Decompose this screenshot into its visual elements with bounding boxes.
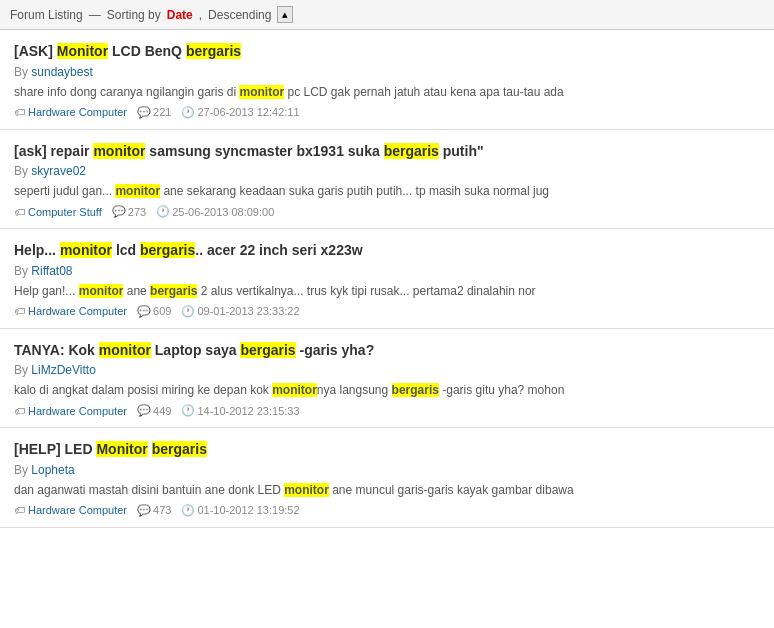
sort-toggle-button[interactable]: ▴: [277, 6, 293, 23]
date-value: 01-10-2012 13:19:52: [197, 504, 299, 516]
forum-item: [ask] repair monitor samsung syncmaster …: [0, 130, 774, 230]
post-byline: By Lopheta: [14, 463, 760, 477]
post-snippet: kalo di angkat dalam posisi miring ke de…: [14, 381, 760, 399]
post-meta: 🏷Hardware Computer💬609🕐09-01-2013 23:33:…: [14, 305, 760, 318]
clock-icon: 🕐: [181, 106, 195, 119]
clock-icon: 🕐: [181, 404, 195, 417]
post-date: 🕐14-10-2012 23:15:33: [181, 404, 299, 417]
tag-icon: 🏷: [14, 305, 25, 317]
tag-icon: 🏷: [14, 206, 25, 218]
post-meta: 🏷Hardware Computer💬449🕐14-10-2012 23:15:…: [14, 404, 760, 417]
sort-direction: Descending: [208, 8, 271, 22]
post-title[interactable]: [ASK] Monitor LCD BenQ bergaris: [14, 42, 760, 62]
date-value: 27-06-2013 12:42:11: [197, 106, 299, 118]
post-category[interactable]: Computer Stuff: [28, 206, 102, 218]
post-category[interactable]: Hardware Computer: [28, 305, 127, 317]
post-date: 🕐25-06-2013 08:09:00: [156, 205, 274, 218]
forum-item: Help... monitor lcd bergaris.. acer 22 i…: [0, 229, 774, 329]
date-value: 25-06-2013 08:09:00: [172, 206, 274, 218]
post-date: 🕐01-10-2012 13:19:52: [181, 504, 299, 517]
post-title[interactable]: Help... monitor lcd bergaris.. acer 22 i…: [14, 241, 760, 261]
post-category[interactable]: Hardware Computer: [28, 106, 127, 118]
post-date: 🕐09-01-2013 23:33:22: [181, 305, 299, 318]
comment-icon: 💬: [137, 305, 151, 318]
views-count: 273: [128, 206, 146, 218]
posts-container: [ASK] Monitor LCD BenQ bergarisBy sunday…: [0, 30, 774, 528]
sort-separator: ,: [199, 8, 202, 22]
post-byline: By sundaybest: [14, 65, 760, 79]
post-title[interactable]: [HELP] LED Monitor bergaris: [14, 440, 760, 460]
sort-field: Date: [167, 8, 193, 22]
post-snippet: seperti judul gan... monitor ane sekaran…: [14, 182, 760, 200]
post-byline: By Riffat08: [14, 264, 760, 278]
clock-icon: 🕐: [181, 305, 195, 318]
post-views: 💬449: [137, 404, 171, 417]
comment-icon: 💬: [137, 404, 151, 417]
tag-icon: 🏷: [14, 106, 25, 118]
post-snippet: Help gan!... monitor ane bergaris 2 alus…: [14, 282, 760, 300]
separator: —: [89, 8, 101, 22]
views-count: 473: [153, 504, 171, 516]
post-byline: By LiMzDeVitto: [14, 363, 760, 377]
forum-item: [HELP] LED Monitor bergarisBy Lophetadan…: [0, 428, 774, 528]
post-title[interactable]: [ask] repair monitor samsung syncmaster …: [14, 142, 760, 162]
post-author[interactable]: skyrave02: [31, 164, 86, 178]
forum-item: [ASK] Monitor LCD BenQ bergarisBy sunday…: [0, 30, 774, 130]
clock-icon: 🕐: [181, 504, 195, 517]
views-count: 221: [153, 106, 171, 118]
comment-icon: 💬: [137, 504, 151, 517]
post-views: 💬609: [137, 305, 171, 318]
date-value: 14-10-2012 23:15:33: [197, 405, 299, 417]
post-author[interactable]: Riffat08: [31, 264, 72, 278]
comment-icon: 💬: [112, 205, 126, 218]
comment-icon: 💬: [137, 106, 151, 119]
views-count: 609: [153, 305, 171, 317]
post-category[interactable]: Hardware Computer: [28, 405, 127, 417]
post-meta: 🏷Computer Stuff💬273🕐25-06-2013 08:09:00: [14, 205, 760, 218]
post-category[interactable]: Hardware Computer: [28, 504, 127, 516]
post-title[interactable]: TANYA: Kok monitor Laptop saya bergaris …: [14, 341, 760, 361]
post-author[interactable]: Lopheta: [31, 463, 74, 477]
forum-list: Forum Listing — Sorting by Date , Descen…: [0, 0, 774, 528]
sorting-text: Sorting by: [107, 8, 161, 22]
post-meta: 🏷Hardware Computer💬221🕐27-06-2013 12:42:…: [14, 106, 760, 119]
post-views: 💬473: [137, 504, 171, 517]
post-snippet: share info dong caranya ngilangin garis …: [14, 83, 760, 101]
views-count: 449: [153, 405, 171, 417]
forum-header: Forum Listing — Sorting by Date , Descen…: [0, 0, 774, 30]
date-value: 09-01-2013 23:33:22: [197, 305, 299, 317]
post-snippet: dan aganwati mastah disini bantuin ane d…: [14, 481, 760, 499]
post-byline: By skyrave02: [14, 164, 760, 178]
post-author[interactable]: LiMzDeVitto: [31, 363, 95, 377]
post-author[interactable]: sundaybest: [31, 65, 92, 79]
forum-item: TANYA: Kok monitor Laptop saya bergaris …: [0, 329, 774, 429]
tag-icon: 🏷: [14, 405, 25, 417]
post-views: 💬273: [112, 205, 146, 218]
clock-icon: 🕐: [156, 205, 170, 218]
post-date: 🕐27-06-2013 12:42:11: [181, 106, 299, 119]
tag-icon: 🏷: [14, 504, 25, 516]
post-views: 💬221: [137, 106, 171, 119]
post-meta: 🏷Hardware Computer💬473🕐01-10-2012 13:19:…: [14, 504, 760, 517]
forum-listing-label: Forum Listing: [10, 8, 83, 22]
